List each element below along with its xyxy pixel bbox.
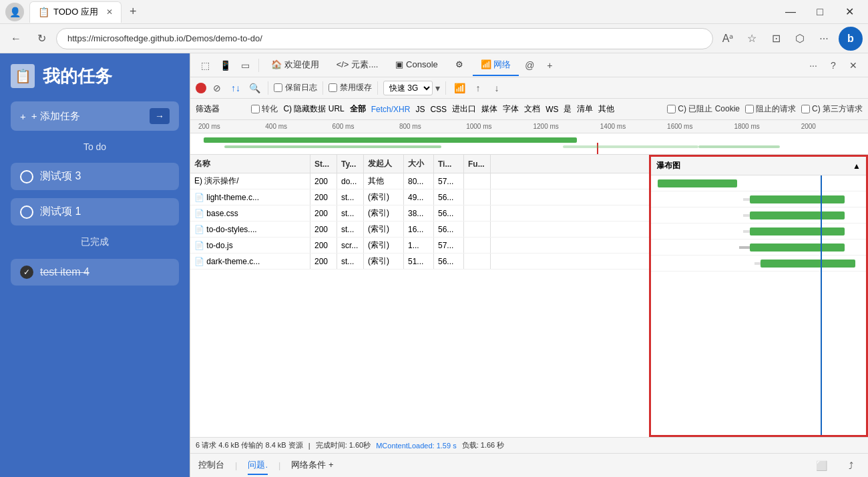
refresh-button[interactable]: ↻ xyxy=(31,28,52,49)
todo-section-label: To do xyxy=(11,141,179,152)
todo-item-checkbox-1[interactable] xyxy=(20,205,33,219)
content-loaded: MContentLoaded: 1.59 s xyxy=(376,442,456,450)
favorites-icon[interactable]: ☆ xyxy=(741,28,763,49)
preserve-log-checkbox[interactable]: 保留日志 xyxy=(274,82,317,93)
read-aloud-icon[interactable]: Aᵃ xyxy=(717,28,738,49)
collections-icon[interactable]: ⬡ xyxy=(789,28,811,49)
completed-checkbox-0[interactable]: ✓ xyxy=(20,266,33,279)
disable-cache-checkbox[interactable]: 禁用缓存 xyxy=(329,82,372,93)
third-party-filter[interactable]: C) 第三方请求 xyxy=(801,103,863,115)
other-filter-btn[interactable]: 其他 xyxy=(598,103,614,115)
record-button[interactable] xyxy=(196,83,206,93)
waterfall-row-5 xyxy=(651,256,866,272)
upload-icon[interactable]: ↑ xyxy=(470,80,486,96)
cell-size-5: 51... xyxy=(404,254,434,269)
bing-button[interactable]: b xyxy=(839,27,863,51)
cell-fu-4 xyxy=(464,237,491,253)
manifest-filter-btn[interactable]: 清单 xyxy=(577,103,593,115)
undock-icon[interactable]: ⬜ xyxy=(812,456,831,475)
cell-time-5: 56... xyxy=(434,254,464,269)
todo-item-text-0: 测试项 3 xyxy=(40,169,81,183)
cell-time-4: 57... xyxy=(434,237,464,253)
doc-filter-btn[interactable]: 文档 xyxy=(524,103,540,115)
tab-sources-icon[interactable]: ⚙ xyxy=(447,55,471,75)
cell-init-1: (索引) xyxy=(364,189,404,205)
add-task-left: + + 添加任务 xyxy=(20,110,80,123)
all-filter-btn[interactable]: 全部 xyxy=(350,103,366,115)
filter-label: 筛选器 xyxy=(196,103,220,115)
completed-item-0[interactable]: ✓ test item 4 xyxy=(11,259,179,286)
download-icon[interactable]: ↓ xyxy=(489,80,505,96)
wifi-icon[interactable]: 📶 xyxy=(451,80,467,96)
cell-fu-3 xyxy=(464,221,491,237)
table-row[interactable]: 📄 base.css 200 st... (索引) 38... 56... xyxy=(190,205,649,221)
filter-icon[interactable]: ↑↓ xyxy=(228,80,244,96)
add-icon: + xyxy=(20,111,26,122)
img-filter-btn[interactable]: 进出口 xyxy=(452,103,476,115)
toolbar-icons: Aᵃ ☆ ⊡ ⬡ ··· xyxy=(717,28,835,49)
table-row[interactable]: 📄 to-do.js 200 scr... (索引) 1... 57... xyxy=(190,237,649,254)
media-filter-btn[interactable]: 媒体 xyxy=(481,103,497,115)
add-panel-icon[interactable]: + xyxy=(540,56,559,75)
active-tab[interactable]: 📋 TODO 应用 ✕ xyxy=(29,1,122,23)
clear-icon[interactable]: ⊘ xyxy=(209,80,225,96)
js-filter-btn[interactable]: JS xyxy=(415,105,425,114)
close-button[interactable]: ✕ xyxy=(836,0,863,24)
split-icon[interactable]: ⊡ xyxy=(765,28,787,49)
back-button[interactable]: ← xyxy=(5,28,27,49)
table-row[interactable]: 📄 to-do-styles.... 200 st... (索引) 16... … xyxy=(190,221,649,237)
tab-network[interactable]: 📶 网络 xyxy=(473,55,519,76)
user-avatar[interactable]: 👤 xyxy=(5,3,24,21)
speed-dropdown-icon[interactable]: ▾ xyxy=(435,83,440,93)
tick-1400: 1400 ms xyxy=(600,123,667,130)
minimize-button[interactable]: — xyxy=(777,0,804,24)
devtools-status-bar: 6 请求 4.6 kB 传输的 8.4 kB 资源 | 完成时间: 1.60秒 … xyxy=(190,437,868,453)
fetch-xhr-filter-btn[interactable]: Fetch/XHR xyxy=(371,105,411,114)
detach-icon[interactable]: ⤴ xyxy=(841,456,860,475)
todo-item-0[interactable]: 测试项 3 xyxy=(11,163,179,190)
tab-console[interactable]: ▣ Console xyxy=(387,55,445,75)
todo-item-checkbox-0[interactable] xyxy=(20,170,33,183)
inspect-icon[interactable]: ⬚ xyxy=(196,56,214,75)
add-task-arrow-icon: → xyxy=(150,108,170,124)
tick-2000: 2000 xyxy=(801,123,868,130)
cell-status-4: 200 xyxy=(310,237,337,253)
more-tools-icon[interactable]: ··· xyxy=(804,56,823,75)
cookie-block-filter[interactable]: C) 已阻止 Cookie xyxy=(667,103,740,115)
css-filter-btn[interactable]: CSS xyxy=(430,105,447,114)
font-filter-btn[interactable]: 字体 xyxy=(503,103,519,115)
separator-status: | xyxy=(308,442,310,450)
conversion-checkbox[interactable]: 转化 xyxy=(251,103,278,115)
cell-fu-2 xyxy=(464,205,491,221)
tab-welcome[interactable]: 🏠 欢迎使用 xyxy=(263,55,327,76)
new-tab-button[interactable]: + xyxy=(124,5,142,19)
waterfall-collapse-icon[interactable]: ▲ xyxy=(853,161,861,171)
blocked-requests-filter[interactable]: 阻止的请求 xyxy=(745,103,796,115)
tab-elements[interactable]: </> 元素.... xyxy=(329,55,387,76)
address-input[interactable] xyxy=(56,28,713,49)
help-icon[interactable]: ? xyxy=(824,56,843,75)
device-icon[interactable]: 📱 xyxy=(216,56,234,75)
maximize-button[interactable]: □ xyxy=(807,0,833,24)
search-network-icon[interactable]: 🔍 xyxy=(246,80,262,96)
cell-status-5: 200 xyxy=(310,254,337,269)
source-icon[interactable]: ▭ xyxy=(236,56,254,75)
ws-filter-btn[interactable]: WS xyxy=(546,105,558,114)
close-devtools-icon[interactable]: ✕ xyxy=(844,56,863,75)
network-conditions-tab[interactable]: 网络条件 + xyxy=(291,456,333,475)
wasm-filter-btn[interactable]: 是 xyxy=(564,103,572,115)
console-bottom-tab[interactable]: 控制台 xyxy=(198,456,224,475)
todo-item-1[interactable]: 测试项 1 xyxy=(11,198,179,225)
at-icon[interactable]: @ xyxy=(520,56,539,75)
table-row[interactable]: 📄 light-theme.c... 200 st... (索引) 49... … xyxy=(190,189,649,205)
add-task-button[interactable]: + + 添加任务 → xyxy=(11,101,179,131)
header-status: St... xyxy=(310,155,337,173)
blocked-requests-label: 阻止的请求 xyxy=(756,103,796,115)
issues-bottom-tab[interactable]: 问题. xyxy=(248,456,268,475)
tab-close-button[interactable]: ✕ xyxy=(106,7,113,17)
more-icon[interactable]: ··· xyxy=(813,28,835,49)
table-row[interactable]: E) 演示操作/ 200 do... 其他 80... 57... xyxy=(190,173,649,189)
table-row[interactable]: 📄 dark-theme.c... 200 st... (索引) 51... 5… xyxy=(190,254,649,270)
waterfall-row-0 xyxy=(651,175,866,191)
network-speed-select[interactable]: 快速 3G 慢速 3G 无限制 xyxy=(383,81,433,95)
